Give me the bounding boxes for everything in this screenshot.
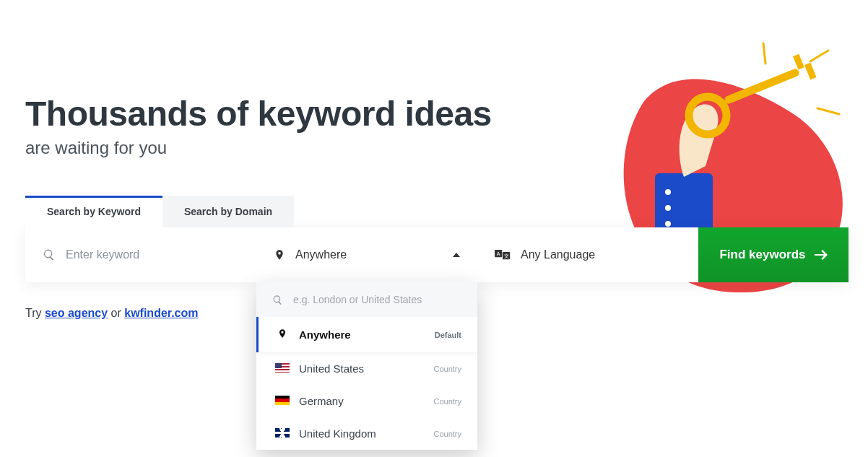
location-option-name: United States [299,362,425,375]
location-option-name: Anywhere [299,328,426,341]
search-icon [43,248,56,261]
translate-icon: A 文 [495,249,511,261]
try-mid: or [108,307,124,319]
tab-search-by-keyword[interactable]: Search by Keyword [25,196,162,227]
location-option-name: United Kingdom [299,427,425,440]
keyword-input[interactable] [66,248,239,261]
location-dropdown-list[interactable]: Anywhere Default United States Country G… [256,317,477,450]
search-mode-tabs: Search by Keyword Search by Domain [25,196,843,227]
language-selected-label: Any Language [521,248,595,261]
location-option-united-kingdom[interactable]: United Kingdom Country [256,417,477,450]
location-option-united-states[interactable]: United States Country [256,352,477,385]
try-link-seo-agency[interactable]: seo agency [45,307,108,319]
svg-text:A: A [497,251,500,256]
location-search-input[interactable] [293,294,461,305]
location-option-germany[interactable]: Germany Country [256,385,477,417]
location-pin-icon [274,248,285,262]
flag-uk-icon [274,427,290,440]
page-title: Thousands of keyword ideas [25,94,843,134]
location-dropdown: Anywhere Default United States Country G… [256,282,477,450]
arrow-right-icon [815,250,828,260]
svg-text:文: 文 [504,253,509,258]
location-option-name: Germany [299,395,425,407]
location-option-anywhere[interactable]: Anywhere Default [256,317,477,352]
page-subtitle: are waiting for you [25,138,843,158]
location-select[interactable]: Anywhere Anywhere Default [256,227,477,282]
keyword-cell [25,227,256,282]
search-row: Anywhere Anywhere Default [25,227,849,282]
tab-search-by-domain[interactable]: Search by Domain [162,196,294,227]
try-prefix: Try [25,307,45,319]
location-option-tag: Default [435,331,461,339]
find-keywords-button[interactable]: Find keywords [698,227,849,282]
location-dropdown-search [256,282,477,317]
try-link-kwfinder[interactable]: kwfinder.com [124,307,198,319]
location-pin-icon [274,327,290,342]
flag-us-icon [274,362,290,375]
caret-up-icon [453,253,460,257]
flag-de-icon [274,395,290,407]
location-option-tag: Country [433,365,461,373]
location-selected-label: Anywhere [295,248,443,261]
location-option-tag: Country [433,430,461,438]
find-keywords-label: Find keywords [719,248,805,262]
search-icon [272,295,283,305]
location-option-tag: Country [433,397,461,406]
language-select[interactable]: A 文 Any Language [477,227,698,282]
